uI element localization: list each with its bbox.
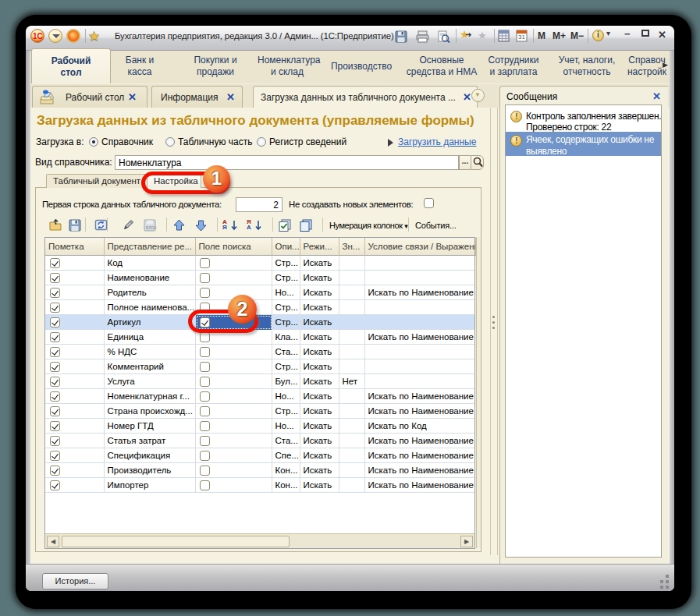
svg-text:БЛОК: БЛОК <box>146 225 156 230</box>
svg-text:31: 31 <box>518 34 525 41</box>
